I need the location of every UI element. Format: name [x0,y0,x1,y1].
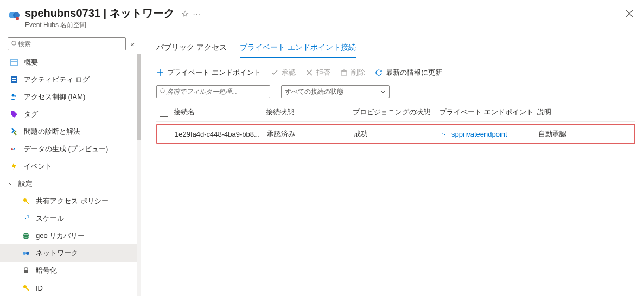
sidebar-item-label: ID [36,284,43,292]
sidebar-item-overview[interactable]: 概要 [0,54,141,71]
private-endpoint-link[interactable]: spprivateendpoint [441,130,538,138]
refresh-icon [375,69,382,76]
diagnose-icon [10,127,18,136]
svg-rect-6 [12,78,16,79]
svg-rect-16 [24,270,28,273]
sidebar-item-geo-recovery[interactable]: geo リカバリー [0,227,141,244]
col-connection-name[interactable]: 接続名 [174,107,266,117]
add-private-endpoint-button[interactable]: プライベート エンドポイント [156,68,261,78]
sidebar-item-events[interactable]: イベント [0,158,141,175]
svg-point-14 [23,252,26,255]
sidebar-item-label: 概要 [24,57,38,67]
sidebar-item-shared-access[interactable]: 共有アクセス ポリシー [0,192,141,210]
sidebar-item-label: 暗号化 [36,266,57,275]
sidebar-section-settings[interactable]: 設定 [0,175,141,192]
sidebar-item-network[interactable]: ネットワーク [0,244,141,262]
sidebar-item-label: geo リカバリー [36,231,85,241]
svg-point-8 [12,94,15,97]
plus-icon [156,69,164,76]
trash-icon [340,69,348,76]
resource-icon [8,9,21,22]
col-description[interactable]: 説明 [537,107,602,117]
svg-rect-7 [12,80,16,81]
chevron-down-icon [380,89,386,94]
svg-rect-18 [342,71,346,76]
table-header-row: 接続名 接続状態 プロビジョニングの状態 プライベート エンドポイント 説明 [156,102,635,122]
favorite-star-icon[interactable]: ☆ [181,9,189,19]
svg-point-2 [16,17,19,20]
sidebar-item-label: スケール [36,214,64,223]
key-icon [22,197,30,205]
more-actions-icon[interactable]: ··· [193,10,201,18]
sidebar-item-id[interactable]: ID [0,279,141,296]
filter-connection-state[interactable]: すべての接続の状態 [281,85,390,98]
sidebar-item-activity-log[interactable]: アクティビティ ログ [0,71,141,88]
lock-icon [22,266,30,275]
activity-log-icon [10,75,18,84]
x-icon [305,69,313,76]
cell-connection-state: 承認済み [267,129,354,139]
sidebar-item-label: イベント [24,162,52,171]
col-provisioning[interactable]: プロビジョニングの状態 [353,107,439,117]
sidebar-scrollbar-thumb[interactable] [137,54,141,140]
sidebar-item-label: 問題の診断と解決 [24,127,80,137]
collapse-sidebar-icon[interactable]: « [126,40,139,48]
table-row[interactable]: 1e29fa4d-c448-4ba9-bb8... 承認済み 成功 sppriv… [156,124,635,144]
sidebar-search-input[interactable] [18,40,122,48]
tab-public-access[interactable]: パブリック アクセス [156,38,227,58]
filter-state-label: すべての接続の状態 [285,87,343,96]
sidebar-item-label: タグ [24,110,38,119]
search-icon [11,41,18,47]
sidebar-item-label: データの生成 (プレビュー) [24,144,108,154]
svg-point-10 [11,148,13,150]
reject-button[interactable]: 拒否 [305,68,330,78]
endpoint-icon [441,130,448,138]
chevron-down-icon [8,181,14,187]
sidebar-item-label: アクセス制御 (IAM) [24,92,85,102]
iam-icon [10,93,18,101]
col-private-endpoint[interactable]: プライベート エンドポイント [439,107,537,117]
sidebar-item-encryption[interactable]: 暗号化 [0,262,141,279]
tab-private-endpoint[interactable]: プライベート エンドポイント接続 [240,38,356,58]
close-icon[interactable] [623,8,635,20]
tag-icon [10,110,18,119]
svg-point-15 [26,252,29,255]
svg-rect-4 [11,59,17,66]
sidebar-item-label: 共有アクセス ポリシー [36,196,109,206]
filter-name-input[interactable] [167,88,266,95]
svg-point-3 [12,41,16,46]
sidebar-item-iam[interactable]: アクセス制御 (IAM) [0,88,141,106]
globe-icon [22,231,30,240]
sidebar-search[interactable] [8,37,126,50]
delete-button[interactable]: 削除 [340,68,365,78]
sidebar-item-scale[interactable]: スケール [0,210,141,227]
svg-point-19 [161,89,165,93]
filter-by-name[interactable] [156,85,270,98]
sidebar-section-label: 設定 [18,179,33,189]
overview-icon [10,58,18,67]
row-checkbox[interactable] [161,130,169,138]
sidebar-item-label: アクティビティ ログ [24,75,90,85]
svg-point-12 [23,233,29,239]
scale-icon [22,214,30,223]
id-icon [22,284,30,292]
sidebar-item-tags[interactable]: タグ [0,106,141,123]
events-icon [10,162,18,171]
col-connection-state[interactable]: 接続状態 [266,107,353,117]
sidebar-item-generate-data[interactable]: データの生成 (プレビュー) [0,140,141,158]
select-all-checkbox[interactable] [160,108,168,117]
refresh-button[interactable]: 最新の情報に更新 [375,68,442,78]
resource-type-subtitle: Event Hubs 名前空間 [25,21,175,30]
cell-connection-name: 1e29fa4d-c448-4ba9-bb8... [175,130,267,138]
svg-point-9 [14,95,16,97]
generate-data-icon [10,145,18,153]
sidebar-scrollbar-track[interactable] [137,54,141,296]
cell-provisioning: 成功 [354,129,441,139]
page-title: spehubns0731 | ネットワーク [25,7,175,20]
sidebar-item-diagnose[interactable]: 問題の診断と解決 [0,123,141,140]
approve-button[interactable]: 承認 [271,68,296,78]
cell-description: 自動承認 [538,129,603,139]
search-icon [160,88,167,95]
network-icon [22,249,30,258]
check-icon [271,69,278,76]
